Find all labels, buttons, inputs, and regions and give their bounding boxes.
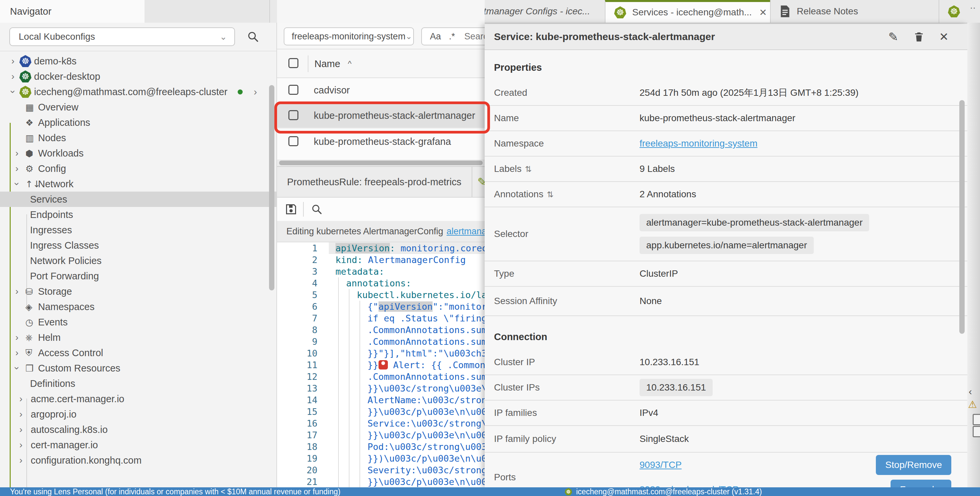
token: {" [368,301,379,312]
sidebar-item-custom-resources[interactable]: ›❒Custom Resources [0,361,277,376]
code-text: .CommonAnnotations.summary }} [368,336,485,348]
detail-row-ip-family-policy: IP family policySingleStack [485,426,967,453]
chevron-collapsed-icon[interactable]: › [19,437,22,453]
tab-services[interactable]: ☸Services - icecheng@math...✕ [605,0,770,23]
chevron-collapsed-icon[interactable]: › [11,53,14,69]
tab-close-icon[interactable]: ✕ [759,7,767,18]
connection-rows: Cluster IP10.233.16.151Cluster IPs10.233… [485,350,967,487]
chevron-expanded-icon[interactable]: › [10,182,25,185]
detail-value-column: 254d 17h 50m ago (2025年1月13日 GMT+8 1:25:… [640,86,967,99]
token: Severity:\u003c/strong\u003e [368,465,485,475]
code-text: kind: AlertmanagerConfig [336,254,466,266]
chevron-collapsed-icon[interactable]: › [15,161,18,176]
sidebar-item-namespaces[interactable]: ◈Namespaces [0,299,277,315]
sidebar-item-ingresses[interactable]: Ingresses [0,222,277,238]
search-input[interactable] [464,31,485,42]
indent-guide [360,418,360,429]
sidebar-item-port-forwarding[interactable]: Port Forwarding [0,269,277,284]
select-all-checkbox[interactable] [288,58,298,68]
sidebar-item-events[interactable]: ◷Events [0,315,277,330]
sidebar-item-nodes[interactable]: ▥Nodes [0,130,277,146]
sidebar-item-configuration-konghq-com[interactable]: ›configuration.konghq.com [0,453,277,468]
yaml-editor[interactable]: 1apiVersion: monitoring.coreos.com/v12ki… [277,242,485,487]
prometheusrule-title: PrometheusRule: freepeals-prod-metrics [287,167,461,197]
indent-guide [338,289,339,301]
sidebar-item-storage[interactable]: ›⛁Storage [0,284,277,299]
selector-chip: alertmanager=kube-prometheus-stack-alert… [640,214,869,231]
sidebar-item-demo-k8s[interactable]: ›☸demo-k8s [0,53,277,69]
sidebar-item-label: Ingress Classes [30,238,99,253]
sidebar-item-definitions[interactable]: Definitions [0,376,277,391]
sidebar-item-acme-cert-manager-io[interactable]: ›acme.cert-manager.io [0,391,277,407]
sidebar-item-helm[interactable]: ›⎈Helm [0,330,277,345]
close-icon[interactable]: ✕ [939,30,949,43]
sidebar-item-workloads[interactable]: ›⬢Workloads [0,146,277,161]
sort-toggle-icon[interactable]: ⇅ [525,165,532,174]
save-icon[interactable] [285,203,297,215]
chevron-collapsed-icon[interactable]: › [19,391,22,407]
sidebar-item-overview[interactable]: ▦Overview [0,100,277,115]
kubernetes-icon: ☸ [565,488,572,495]
code-text: AlertName:\u003c/strong\u003e [368,394,485,406]
sidebar-item-endpoints[interactable]: Endpoints [0,207,277,222]
row-checkbox[interactable] [288,136,298,146]
code-text: .CommonAnnotations.summary }} [368,324,485,336]
namespace-link[interactable]: freeleaps-monitoring-system [640,138,757,149]
chevron-expanded-icon[interactable]: › [5,90,21,93]
chevron-collapsed-icon[interactable]: › [19,453,22,468]
name-column-header[interactable]: Name [314,49,340,78]
tab-release[interactable]: Release Notes [770,0,939,23]
editing-resource-link[interactable]: alertmanager [447,226,485,237]
sort-ascending-icon[interactable]: ^ [348,49,352,78]
namespace-select[interactable]: freeleaps-monitoring-system ⌄ [284,27,414,45]
table-horizontal-scrollbar-thumb[interactable] [279,161,483,165]
sidebar-item-cert-manager-io[interactable]: ›cert-manager.io [0,437,277,453]
sidebar-item-network-policies[interactable]: Network Policies [0,253,277,269]
indent-guide [349,348,350,359]
port-action-button[interactable]: Stop/Remove [876,455,951,475]
sidebar-item-docker-desktop[interactable]: ›☸docker-desktop [0,69,277,84]
trash-icon[interactable] [913,31,924,43]
port-link[interactable]: 9093/TCP [640,459,682,470]
row-checkbox[interactable] [288,85,298,95]
sidebar-item-config[interactable]: ›⚙Config [0,161,277,176]
sidebar-item-autoscaling-k8s-io[interactable]: ›autoscaling.k8s.io [0,422,277,437]
sidebar-item-label: Custom Resources [38,361,121,376]
table-horizontal-scrollbar [277,159,485,166]
code-line: 12.CommonAnnotations.summary }} [277,371,485,383]
drawer-scrollbar-thumb[interactable] [959,100,965,334]
sidebar-item-applications[interactable]: ❖Applications [0,115,277,130]
chevron-collapsed-icon[interactable]: › [15,345,18,361]
table-row[interactable]: kube-prometheus-stack-kube-state-metrics [277,153,485,159]
chevron-collapsed-icon[interactable]: › [15,284,18,299]
detail-row-cluster-ip: Cluster IP10.233.16.151 [485,350,967,375]
match-case-toggle[interactable]: Aa [430,31,441,42]
chevron-expanded-icon[interactable]: › [10,367,25,369]
sort-toggle-icon[interactable]: ⇅ [547,190,554,199]
code-text: .CommonAnnotations.summary }} [368,371,485,383]
sidebar-item-access-control[interactable]: ›⛨Access Control [0,345,277,361]
chevron-collapsed-icon[interactable]: › [15,146,18,161]
chevron-collapsed-icon[interactable]: › [19,422,22,437]
kubernetes-icon: ☸ [614,6,626,18]
sidebar-item-network[interactable]: ›↑↓Network [0,176,277,192]
sidebar-item-services[interactable]: Services [0,192,277,207]
search-icon[interactable] [247,31,259,43]
sidebar-item-icecheng-mathmast-com-freeleaps-cluster[interactable]: ›☸icecheng@mathmast.com@freeleaps-cluste… [0,84,277,100]
chevron-collapsed-icon[interactable]: › [19,407,22,422]
regex-toggle[interactable]: .* [449,31,455,42]
sidebar-scrollbar-thumb[interactable] [269,85,274,290]
cluster-open-arrow[interactable]: › [254,84,257,100]
sidebar-item-ingress-classes[interactable]: Ingress Classes [0,238,277,253]
chevron-collapsed-icon[interactable]: › [11,69,14,84]
editor-search-icon[interactable] [311,203,323,215]
table-row[interactable]: cadvisor [277,78,485,103]
port-action-button[interactable]: Forward... [891,480,951,487]
sidebar-item-argoproj-io[interactable]: ›argoproj.io [0,407,277,422]
kubeconfig-select[interactable]: Local Kubeconfigs ⌄ [10,27,235,46]
line-number: 21 [277,476,317,487]
chevron-collapsed-icon[interactable]: › [15,330,18,345]
edit-icon[interactable]: ✎ [888,30,898,44]
detail-value: None [640,296,662,307]
edit-icon[interactable]: ✎ [477,167,485,197]
